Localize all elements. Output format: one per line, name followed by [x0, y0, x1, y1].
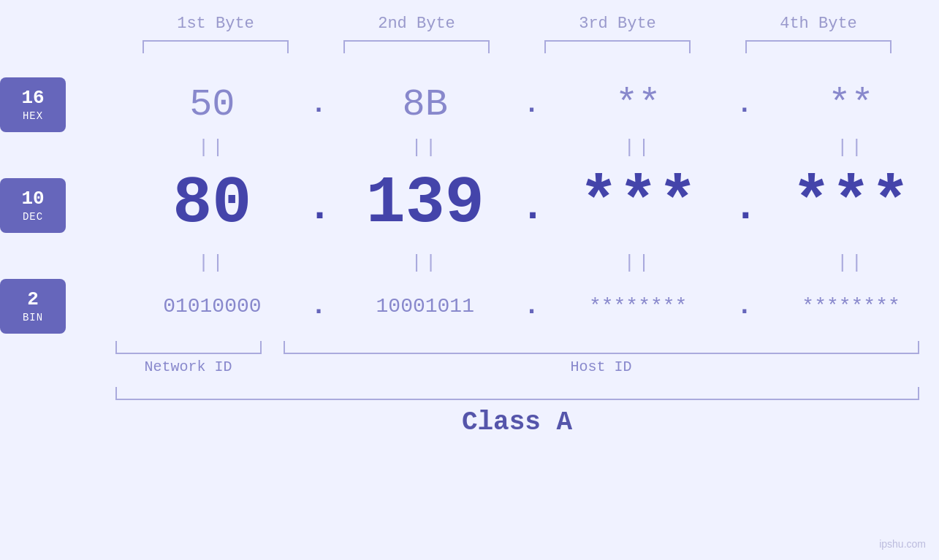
bottom-brackets	[115, 341, 919, 354]
hex-badge-number: 16	[21, 87, 44, 110]
byte-header-2: 2nd Byte	[336, 15, 497, 33]
byte-header-3: 3rd Byte	[537, 15, 698, 33]
eq-3: ||	[558, 137, 718, 158]
hex-byte-3: **	[558, 83, 718, 126]
equals-group-1: || || || ||	[124, 137, 939, 158]
eq2-4: ||	[771, 252, 932, 274]
network-bracket	[115, 341, 262, 354]
bin-dot-3: .	[734, 291, 756, 321]
hex-badge-label: HEX	[23, 110, 43, 122]
eq-4: ||	[771, 137, 932, 158]
bin-dot-1: .	[308, 291, 330, 321]
dec-badge-label: DEC	[23, 211, 43, 223]
dec-values: 80 . 139 . *** . ***	[124, 171, 939, 239]
dec-val-3: ***	[579, 166, 697, 241]
watermark: ipshu.com	[879, 538, 926, 550]
dec-row: 10 DEC 80 . 139 . *** . ***	[0, 161, 939, 249]
hex-dot-3: .	[734, 90, 756, 120]
dec-byte-4: ***	[771, 171, 932, 237]
host-id-label: Host ID	[284, 358, 919, 375]
bracket-4	[745, 40, 892, 53]
class-label: Class A	[115, 407, 919, 437]
byte-header-4: 4th Byte	[738, 15, 899, 33]
main-container: 1st Byte 2nd Byte 3rd Byte 4th Byte 16 H…	[0, 0, 939, 560]
hex-val-4: **	[828, 83, 873, 126]
dec-val-4: ***	[792, 166, 911, 241]
dec-val-1: 80	[172, 166, 251, 241]
bin-byte-4: ********	[771, 295, 932, 318]
bracket-1	[142, 40, 289, 53]
hex-dot-1: .	[308, 90, 330, 120]
hex-val-2: 8B	[403, 83, 448, 126]
bin-badge-number: 2	[27, 288, 39, 311]
dec-byte-2: 139	[345, 171, 506, 237]
bin-val-4: ********	[802, 295, 900, 318]
bin-row: 2 BIN 01010000 . 10001011 . ******** . *…	[0, 277, 939, 335]
bin-badge: 2 BIN	[0, 279, 66, 334]
equals-row-1: || || || ||	[0, 137, 939, 158]
bin-byte-3: ********	[558, 295, 718, 318]
byte-headers: 1st Byte 2nd Byte 3rd Byte 4th Byte	[115, 15, 919, 33]
bin-byte-2: 10001011	[345, 295, 506, 318]
hex-byte-1: 50	[132, 83, 292, 126]
byte-header-1: 1st Byte	[135, 15, 296, 33]
hex-byte-4: **	[771, 83, 932, 126]
dec-dot-2: .	[520, 185, 542, 231]
hex-row: 16 HEX 50 . 8B . ** . **	[0, 75, 939, 134]
eq2-1: ||	[132, 252, 292, 274]
hex-dot-2: .	[520, 90, 542, 120]
hex-values: 50 . 8B . ** . **	[124, 83, 939, 126]
bin-values: 01010000 . 10001011 . ******** . *******…	[124, 291, 939, 321]
eq-1: ||	[132, 137, 292, 158]
dec-byte-3: ***	[558, 171, 718, 237]
equals-group-2: || || || ||	[124, 252, 939, 274]
bin-dot-2: .	[520, 291, 542, 321]
eq2-2: ||	[345, 252, 506, 274]
hex-val-3: **	[615, 83, 661, 126]
bin-val-2: 10001011	[376, 295, 474, 318]
dec-byte-1: 80	[132, 171, 292, 237]
dec-dot-1: .	[308, 185, 330, 231]
host-bracket	[284, 341, 919, 354]
full-bracket	[115, 387, 919, 400]
id-labels: Network ID Host ID	[115, 358, 919, 375]
bin-byte-1: 01010000	[132, 295, 292, 318]
dec-dot-3: .	[734, 185, 756, 231]
bracket-2	[343, 40, 490, 53]
equals-row-2: || || || ||	[0, 252, 939, 274]
dec-badge: 10 DEC	[0, 178, 66, 233]
hex-byte-2: 8B	[345, 83, 506, 126]
network-id-label: Network ID	[115, 358, 262, 375]
hex-val-1: 50	[189, 83, 235, 126]
bracket-3	[544, 40, 691, 53]
dec-badge-number: 10	[21, 188, 44, 210]
bin-val-1: 01010000	[163, 295, 261, 318]
bin-val-3: ********	[589, 295, 687, 318]
hex-badge: 16 HEX	[0, 77, 66, 132]
eq2-3: ||	[558, 252, 718, 274]
dec-val-2: 139	[366, 166, 484, 241]
top-brackets	[115, 40, 919, 53]
eq-2: ||	[345, 137, 506, 158]
bin-badge-label: BIN	[23, 312, 43, 323]
